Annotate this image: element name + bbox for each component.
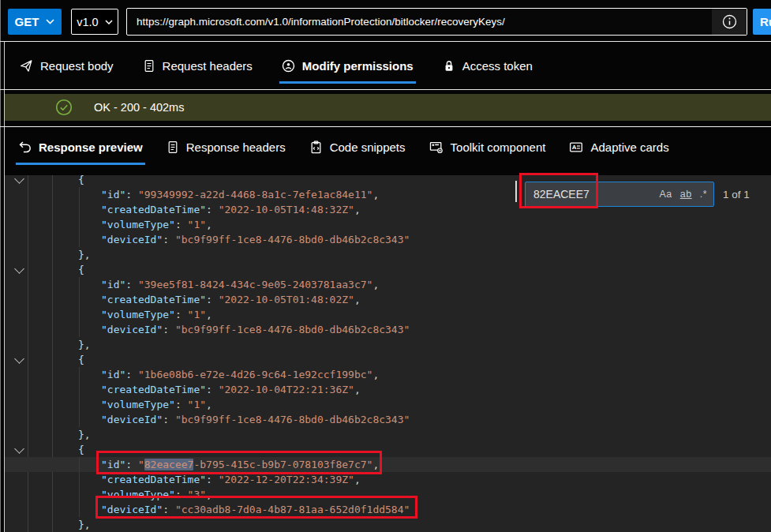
code-line[interactable]: "id": "1b6e08b6-e72e-4d26-9c64-1e92ccf19… xyxy=(5,367,771,382)
info-icon xyxy=(722,14,737,29)
document-icon xyxy=(167,140,179,154)
find-widget: 82EACEE7 Aa ab .* 1 of 1 xyxy=(518,179,750,209)
find-query-value[interactable]: 82EACEE7 xyxy=(533,188,651,200)
response-tabs: Response preview Response headers Code s… xyxy=(5,127,771,167)
chevron-down-icon xyxy=(105,20,113,24)
tab-label: Response headers xyxy=(186,140,286,154)
adaptive-card-icon: A xyxy=(569,140,583,154)
fold-chevron-icon[interactable] xyxy=(14,264,24,274)
run-query-label: Run query xyxy=(760,15,771,28)
code-line[interactable]: "volumeType": "1", xyxy=(5,397,771,412)
fold-chevron-icon[interactable] xyxy=(14,354,24,364)
code-line[interactable]: "volumeType": "3", xyxy=(5,487,771,502)
code-line[interactable]: }, xyxy=(5,337,771,352)
find-match-count: 1 of 1 xyxy=(723,189,750,200)
find-widget-sash[interactable] xyxy=(515,181,517,202)
tab-label: Modify permissions xyxy=(302,59,414,73)
api-version-dropdown[interactable]: v1.0 xyxy=(71,9,118,35)
code-line[interactable]: "deviceId": "bc9f99ff-1ce8-4476-8bd0-db4… xyxy=(5,322,771,337)
chevron-down-icon xyxy=(46,19,54,24)
code-line[interactable]: "deviceId": "cc30adb8-7d0a-4b87-81aa-652… xyxy=(5,502,771,517)
tab-label: Toolkit component xyxy=(451,140,546,154)
code-line[interactable]: }, xyxy=(5,517,771,532)
request-url-value[interactable]: https://graph.microsoft.com/v1.0/informa… xyxy=(127,9,712,35)
fold-chevron-icon[interactable] xyxy=(14,175,24,184)
tab-access-token[interactable]: Access token xyxy=(443,42,533,89)
code-line[interactable]: { xyxy=(5,262,771,277)
tab-code-snippets[interactable]: Code snippets xyxy=(309,127,406,167)
check-circle-icon xyxy=(55,99,73,116)
window-left-edge xyxy=(0,0,1,532)
code-line[interactable]: "createdDateTime": "2022-10-05T01:48:02Z… xyxy=(5,292,771,307)
code-line[interactable]: "createdDateTime": "2022-10-04T22:21:36Z… xyxy=(5,382,771,397)
document-icon xyxy=(143,59,155,73)
tab-label: Request headers xyxy=(163,59,253,73)
undo-arrow-icon xyxy=(18,140,32,154)
response-preview-editor[interactable]: {"id": "99349992-a22d-4468-8a1c-7efe1ac8… xyxy=(5,175,771,532)
response-status-bar: OK - 200 - 402ms xyxy=(5,94,771,121)
tab-label: Request body xyxy=(40,59,114,73)
request-url-input[interactable]: https://graph.microsoft.com/v1.0/informa… xyxy=(126,8,747,36)
match-case-icon[interactable]: Aa xyxy=(659,189,672,200)
tab-modify-permissions[interactable]: Modify permissions xyxy=(282,42,414,89)
status-text: OK - 200 - 402ms xyxy=(94,101,184,114)
fold-chevron-icon[interactable] xyxy=(14,444,24,454)
lock-icon xyxy=(443,59,455,73)
divider xyxy=(0,89,771,90)
tab-adaptive-cards[interactable]: A Adaptive cards xyxy=(569,127,668,167)
tab-label: Adaptive cards xyxy=(590,140,668,154)
code-line[interactable]: }, xyxy=(5,427,771,442)
api-version-label: v1.0 xyxy=(77,16,98,28)
code-line[interactable]: { xyxy=(5,442,771,457)
svg-text:A: A xyxy=(572,144,577,151)
request-tabs: Request body Request headers Modify perm… xyxy=(5,42,771,89)
code-line[interactable]: "deviceId": "bc9f99ff-1ce8-4476-8bd0-db4… xyxy=(5,412,771,427)
code-lines: {"id": "99349992-a22d-4468-8a1c-7efe1ac8… xyxy=(5,175,771,532)
http-method-dropdown[interactable]: GET xyxy=(8,9,62,35)
send-icon xyxy=(20,59,33,73)
code-line[interactable]: "id": "82eacee7-b795-415c-b9b7-078103f8e… xyxy=(5,457,771,472)
http-method-label: GET xyxy=(15,15,39,28)
regex-icon[interactable]: .* xyxy=(700,189,707,200)
tab-toolkit-component[interactable]: Toolkit component xyxy=(429,127,546,167)
tab-request-headers[interactable]: Request headers xyxy=(143,42,253,89)
tab-request-body[interactable]: Request body xyxy=(20,42,114,89)
tab-label: Code snippets xyxy=(330,140,406,154)
code-line[interactable]: "deviceId": "bc9f99ff-1ce8-4476-8bd0-db4… xyxy=(5,232,771,247)
code-line[interactable]: "createdDateTime": "2022-12-20T22:34:39Z… xyxy=(5,472,771,487)
tab-response-preview[interactable]: Response preview xyxy=(18,127,143,167)
code-line[interactable]: }, xyxy=(5,247,771,262)
tab-label: Response preview xyxy=(39,140,143,154)
toolkit-icon xyxy=(429,140,444,154)
graph-explorer-app: { "request_bar": { "method": "GET", "ver… xyxy=(0,0,771,532)
whole-word-icon[interactable]: ab xyxy=(680,189,692,200)
code-line[interactable]: { xyxy=(5,352,771,367)
permissions-icon xyxy=(282,59,295,73)
find-match-highlight: 82eacee7 xyxy=(144,459,194,470)
run-query-button[interactable]: Run query xyxy=(753,9,771,35)
tab-label: Access token xyxy=(462,59,533,73)
tab-response-headers[interactable]: Response headers xyxy=(167,127,286,167)
find-input[interactable]: 82EACEE7 Aa ab .* xyxy=(525,182,714,207)
code-line[interactable]: "id": "39ee5f81-8424-434c-9e05-2403781aa… xyxy=(5,277,771,292)
code-line[interactable]: "volumeType": "1", xyxy=(5,217,771,232)
code-line[interactable]: "volumeType": "1", xyxy=(5,307,771,322)
url-info-button[interactable] xyxy=(712,9,747,35)
code-clipboard-icon xyxy=(309,140,323,154)
